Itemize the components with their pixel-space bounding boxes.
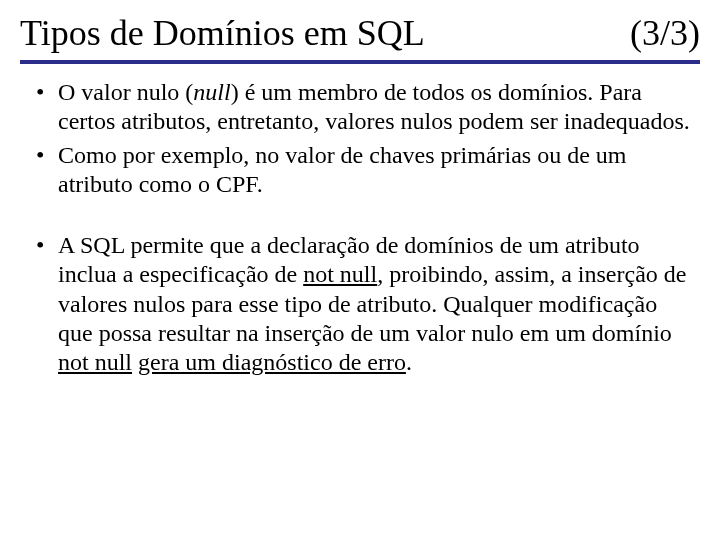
slide-page-indicator: (3/3) bbox=[630, 12, 700, 54]
text-run: not null bbox=[303, 261, 377, 287]
text-run: Como por exemplo, no valor de chaves pri… bbox=[58, 142, 627, 197]
list-item: A SQL permite que a declaração de domíni… bbox=[30, 231, 690, 377]
text-run: . bbox=[406, 349, 412, 375]
text-run: gera um diagnóstico de erro bbox=[138, 349, 406, 375]
text-run: null bbox=[193, 79, 230, 105]
text-run: not null bbox=[58, 349, 132, 375]
title-row: Tipos de Domínios em SQL (3/3) bbox=[20, 12, 700, 64]
list-item: Como por exemplo, no valor de chaves pri… bbox=[30, 141, 690, 200]
bullet-list: O valor nulo (null) é um membro de todos… bbox=[20, 78, 700, 377]
list-item: O valor nulo (null) é um membro de todos… bbox=[30, 78, 690, 137]
text-run: O valor nulo ( bbox=[58, 79, 193, 105]
slide: Tipos de Domínios em SQL (3/3) O valor n… bbox=[0, 0, 720, 540]
bullet-spacer bbox=[30, 203, 690, 231]
slide-title: Tipos de Domínios em SQL bbox=[20, 12, 425, 54]
